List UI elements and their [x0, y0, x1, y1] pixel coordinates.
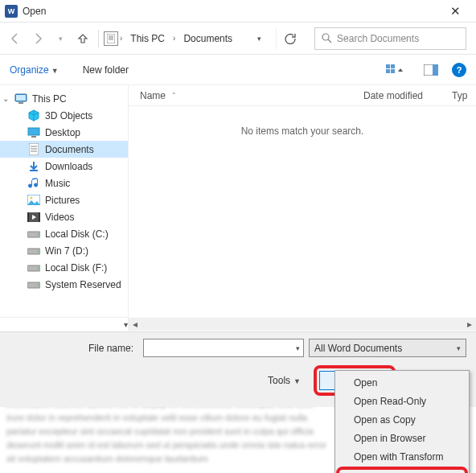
- breadcrumb-thispc[interactable]: This PC: [125, 30, 170, 47]
- svg-rect-11: [433, 64, 438, 76]
- scroll-left-icon[interactable]: ◂: [129, 318, 142, 331]
- tree-item[interactable]: 3D Objects: [0, 107, 128, 124]
- expand-icon[interactable]: ⌄: [2, 94, 10, 103]
- tree-item-label: Documents: [45, 144, 94, 155]
- svg-point-31: [37, 267, 39, 269]
- menu-item[interactable]: Open Read-Only: [338, 392, 466, 410]
- tree-item[interactable]: Documents: [0, 141, 128, 158]
- menu-item[interactable]: Open and Repair: [339, 470, 465, 473]
- scroll-right-icon[interactable]: ▸: [463, 318, 476, 331]
- vid-icon: [27, 211, 40, 224]
- path-dropdown[interactable]: ▾: [248, 28, 269, 49]
- new-folder-button[interactable]: New folder: [83, 64, 129, 76]
- menu-item[interactable]: Open: [338, 373, 466, 392]
- drv-icon: [27, 228, 40, 241]
- window-title: Open: [23, 6, 46, 17]
- search-input[interactable]: Search Documents: [314, 27, 466, 50]
- up-button[interactable]: [72, 28, 93, 49]
- svg-rect-0: [107, 34, 115, 43]
- tree-item[interactable]: Downloads: [0, 158, 128, 175]
- drv-icon: [27, 245, 40, 257]
- chevron-right-icon: ›: [173, 34, 175, 43]
- doc-icon: [27, 143, 40, 156]
- tree-item[interactable]: Desktop: [0, 124, 128, 141]
- svg-rect-15: [28, 128, 39, 135]
- chevron-right-icon: ›: [120, 34, 122, 43]
- tree-item[interactable]: Local Disk (C:): [0, 225, 128, 242]
- tree-item[interactable]: System Reserved: [0, 276, 128, 293]
- desk-icon: [27, 126, 40, 139]
- tree-item[interactable]: Music: [0, 175, 128, 191]
- svg-point-27: [37, 233, 39, 235]
- svg-rect-13: [16, 95, 26, 101]
- refresh-button[interactable]: [276, 28, 303, 49]
- help-button[interactable]: ?: [452, 63, 466, 77]
- drv-icon: [27, 261, 40, 274]
- folder-icon: [104, 31, 118, 46]
- svg-point-29: [37, 250, 39, 252]
- horizontal-scrollbar[interactable]: ◂ ▸: [129, 317, 476, 331]
- svg-rect-7: [391, 64, 395, 68]
- tree-item[interactable]: Local Disk (F:): [0, 259, 128, 276]
- breadcrumb-documents[interactable]: Documents: [178, 30, 237, 47]
- dl-icon: [27, 160, 40, 173]
- empty-message: No items match your search.: [129, 106, 476, 317]
- filename-label: File name:: [10, 343, 138, 354]
- svg-line-5: [328, 39, 331, 43]
- tree-item-label: 3D Objects: [45, 110, 92, 121]
- svg-point-22: [31, 197, 33, 199]
- sort-indicator-icon: ˄: [172, 92, 176, 100]
- tree-item-label: Videos: [45, 212, 74, 223]
- pc-icon: [14, 93, 27, 105]
- highlight-open-repair: Open and Repair: [336, 467, 468, 473]
- organize-menu[interactable]: Organize▼: [10, 64, 59, 76]
- recent-dropdown[interactable]: ▾: [50, 28, 71, 49]
- pic-icon: [27, 194, 40, 207]
- tree-item[interactable]: Videos: [0, 208, 128, 225]
- svg-rect-6: [386, 64, 390, 68]
- word-icon: W: [5, 5, 18, 18]
- tree-item-label: Music: [45, 178, 70, 189]
- svg-rect-16: [31, 136, 36, 138]
- filename-input[interactable]: ▾: [143, 339, 304, 357]
- tree-item-label: Local Disk (F:): [45, 262, 107, 274]
- svg-rect-9: [391, 69, 395, 73]
- tree-item-label: Local Disk (C:): [45, 228, 109, 240]
- preview-pane-button[interactable]: [416, 60, 445, 80]
- tree-item-label: Win 7 (D:): [45, 245, 88, 257]
- tree-item-label: This PC: [32, 93, 67, 105]
- col-name[interactable]: Name: [140, 90, 166, 101]
- svg-point-4: [322, 34, 329, 40]
- filetype-dropdown[interactable]: All Word Documents▾: [309, 339, 466, 357]
- folder-tree[interactable]: ⌄This PC3D ObjectsDesktopDocumentsDownlo…: [0, 85, 129, 317]
- forward-button[interactable]: [27, 28, 48, 49]
- menu-item[interactable]: Open with Transform: [338, 447, 466, 466]
- tree-item[interactable]: Win 7 (D:): [0, 242, 128, 259]
- menu-item[interactable]: Open in Browser: [338, 429, 466, 447]
- search-icon: [322, 33, 332, 43]
- tree-item-label: Desktop: [45, 127, 80, 138]
- svg-point-33: [37, 284, 39, 286]
- list-header[interactable]: Name˄ Date modified Typ: [129, 85, 476, 106]
- svg-rect-8: [386, 69, 390, 73]
- search-placeholder: Search Documents: [337, 33, 419, 44]
- tree-item-label: Pictures: [45, 195, 80, 206]
- view-mode-button[interactable]: [381, 60, 410, 80]
- tree-item[interactable]: Pictures: [0, 191, 128, 208]
- tools-menu[interactable]: Tools▼: [268, 375, 301, 386]
- col-date[interactable]: Date modified: [363, 90, 452, 101]
- svg-rect-24: [27, 212, 29, 222]
- tree-item-label: System Reserved: [45, 279, 121, 290]
- col-type[interactable]: Typ: [452, 90, 476, 101]
- open-dropdown-menu: OpenOpen Read-OnlyOpen as CopyOpen in Br…: [334, 370, 470, 473]
- mus-icon: [27, 177, 40, 190]
- svg-rect-14: [18, 102, 23, 104]
- drv-icon: [27, 278, 40, 291]
- close-button[interactable]: ✕: [439, 2, 471, 20]
- 3d-icon: [27, 109, 40, 122]
- tree-overflow-icon[interactable]: ▾: [124, 320, 128, 329]
- svg-rect-25: [39, 212, 40, 222]
- back-button[interactable]: [5, 28, 26, 49]
- tree-item[interactable]: ⌄This PC: [0, 90, 128, 107]
- menu-item[interactable]: Open as Copy: [338, 410, 466, 429]
